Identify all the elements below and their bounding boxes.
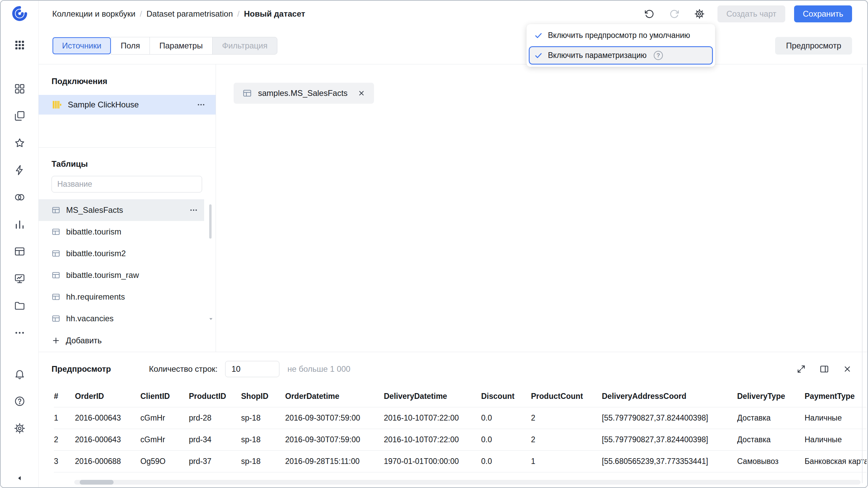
table-cell: cGmHr (140, 429, 189, 450)
favorites-star-icon[interactable] (14, 137, 25, 149)
preview-toggle-button[interactable]: Предпросмотр (775, 37, 852, 55)
datasets-icon[interactable] (14, 191, 25, 203)
rail-bottom (1, 368, 38, 434)
table-cell: 2016-000688 (75, 450, 140, 472)
plus-icon (52, 336, 60, 345)
breadcrumb-workbook[interactable]: Dataset parametrisation (146, 9, 233, 19)
table-icon (52, 314, 60, 323)
table-icon (52, 271, 60, 280)
dataset-settings-gear-icon[interactable] (694, 8, 705, 20)
column-header: OrderDatetime (285, 386, 384, 407)
dataset-tabs: Источники Поля Параметры Фильтрация (52, 37, 277, 55)
table-cell: 0.0 (481, 429, 531, 450)
row-count-label: Количество строк: (149, 364, 217, 374)
table-cell: 1970-01-01T00:00:00 (384, 450, 481, 472)
undo-icon[interactable] (644, 8, 655, 20)
table-item-ms-salesfacts[interactable]: MS_SalesFacts (39, 199, 204, 221)
table-name: MS_SalesFacts (66, 205, 123, 215)
table-item-bibattle-tourism2[interactable]: bibattle.tourism2 (39, 243, 204, 264)
tab-parameters[interactable]: Параметры (150, 37, 213, 55)
save-button[interactable]: Сохранить (794, 5, 852, 22)
table-cell: 3 (54, 450, 75, 472)
table-cell: 2 (531, 407, 602, 429)
preview-table: # OrderID ClientID ProductID ShopID Orde… (54, 386, 867, 478)
table-icon (242, 88, 252, 98)
table-name: hh.requirements (66, 292, 125, 302)
remove-source-icon[interactable] (358, 89, 365, 97)
breadcrumb-separator: / (237, 9, 240, 19)
settings-icon[interactable] (14, 423, 25, 434)
table-cell: Банковская карта (805, 450, 867, 472)
close-preview-icon[interactable] (843, 364, 852, 374)
column-header: ProductCount (531, 386, 602, 407)
collapse-sidebar-icon[interactable] (17, 475, 23, 483)
table-search-input[interactable] (52, 176, 202, 192)
notifications-bell-icon[interactable] (14, 368, 25, 380)
table-cell: Самовывоз (737, 450, 805, 472)
table-cell: Доставка (737, 407, 805, 429)
add-table-button[interactable]: Добавить (39, 332, 216, 349)
help-question-icon[interactable]: ? (654, 51, 663, 60)
table-cell: sp-18 (241, 429, 285, 450)
table-cell: 2016-10-10T07:22:00 (384, 429, 481, 450)
expand-preview-icon[interactable] (796, 364, 806, 374)
column-header: PaymentType (805, 386, 867, 407)
tables-scrollbar-thumb[interactable] (209, 204, 212, 239)
table-cell: 2016-000643 (75, 429, 140, 450)
tables-title: Таблицы (39, 159, 216, 169)
menu-item-label: Включить параметризацию (548, 51, 647, 60)
dataset-settings-menu: Включить предпросмотр по умолчанию Включ… (527, 24, 715, 67)
help-icon[interactable] (14, 395, 25, 407)
preview-scrollbar-thumb[interactable] (80, 480, 114, 485)
connections-bolt-icon[interactable] (14, 164, 25, 176)
page-vertical-scrollbar[interactable] (862, 67, 863, 483)
more-icon[interactable] (14, 327, 25, 339)
menu-item-parametrisation[interactable]: Включить параметризацию ? (530, 47, 712, 64)
add-table-label: Добавить (66, 336, 102, 345)
table-cell: [55.680565239,37.773353441] (602, 450, 737, 472)
table-item-bibattle-tourism-raw[interactable]: bibattle.tourism_raw (39, 264, 204, 286)
folder-icon[interactable] (14, 300, 25, 311)
panel-divider (39, 147, 216, 148)
table-icon (52, 227, 60, 236)
apps-grid-icon[interactable] (14, 39, 25, 51)
breadcrumb-collections[interactable]: Коллекции и воркбуки (52, 9, 135, 19)
redo-icon[interactable] (669, 8, 680, 20)
menu-item-default-preview[interactable]: Включить предпросмотр по умолчанию (530, 27, 712, 44)
preview-horizontal-scrollbar[interactable] (74, 480, 861, 485)
table-item-hh-requirements[interactable]: hh.requirements (39, 286, 204, 308)
connection-more-icon[interactable] (197, 100, 205, 109)
preview-title: Предпросмотр (52, 364, 111, 374)
collections-icon[interactable] (14, 83, 25, 95)
row-count-input[interactable] (225, 361, 279, 377)
table-name: bibattle.tourism (66, 227, 121, 237)
tables-scroll-down-icon[interactable] (208, 316, 214, 323)
create-chart-button[interactable]: Создать чарт (717, 5, 785, 22)
source-chip-ms-salesfacts[interactable]: samples.MS_SalesFacts (234, 83, 374, 104)
tab-sources[interactable]: Источники (52, 37, 111, 55)
table-more-icon[interactable] (189, 206, 198, 215)
table-icon (52, 249, 60, 258)
menu-item-label: Включить предпросмотр по умолчанию (548, 31, 690, 40)
table-item-bibattle-tourism[interactable]: bibattle.tourism (39, 221, 204, 243)
table-cell: 0.0 (481, 450, 531, 472)
charts-icon[interactable] (14, 219, 25, 230)
table-cell: sp-18 (241, 407, 285, 429)
datalens-logo-icon[interactable] (12, 5, 28, 22)
table-cell: 2 (54, 429, 75, 450)
table-name: bibattle.tourism_raw (66, 270, 139, 280)
table-cell: 0.0 (481, 407, 531, 429)
split-view-icon[interactable] (820, 364, 829, 374)
dashboards-icon[interactable] (14, 273, 25, 284)
table-cell: cGmHr (140, 407, 189, 429)
column-header: Discount (481, 386, 531, 407)
connection-name: Sample ClickHouse (68, 100, 139, 109)
column-header: OrderID (75, 386, 140, 407)
table-item-hh-vacancies[interactable]: hh.vacancies (39, 308, 204, 329)
tables-icon[interactable] (14, 246, 25, 257)
tabs-bar: Источники Поля Параметры Фильтрация Пред… (39, 27, 867, 64)
tab-filtering[interactable]: Фильтрация (212, 37, 277, 55)
connection-item-sample-clickhouse[interactable]: Sample ClickHouse (39, 95, 216, 115)
tab-fields[interactable]: Поля (111, 37, 150, 55)
workbooks-icon[interactable] (14, 110, 25, 122)
